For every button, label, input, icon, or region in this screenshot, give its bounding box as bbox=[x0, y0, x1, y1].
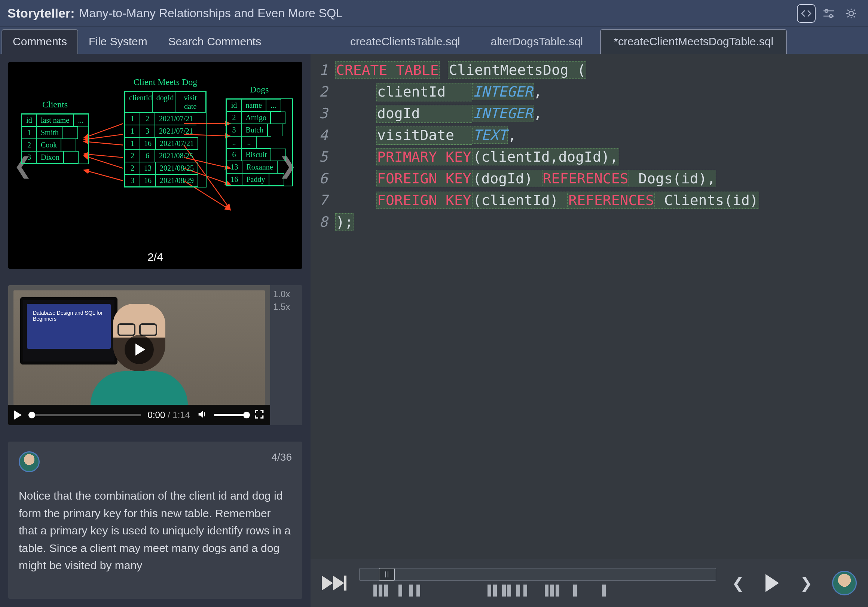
video-seek-bar[interactable] bbox=[28, 414, 141, 416]
playback-bar: ❮ ❯ bbox=[310, 559, 868, 607]
line-gutter: 12345678 bbox=[310, 54, 332, 559]
speed-1x[interactable]: 1.0x bbox=[273, 289, 290, 300]
speed-1-5x[interactable]: 1.5x bbox=[273, 302, 290, 312]
playback-avatar[interactable] bbox=[832, 571, 857, 595]
fullscreen-button[interactable] bbox=[254, 410, 264, 421]
comment-counter: 4/36 bbox=[271, 451, 292, 463]
topbar: Storyteller: Many-to-Many Relationships … bbox=[0, 0, 868, 27]
timeline-thumb[interactable] bbox=[379, 568, 395, 581]
video-card: Database Design and SQL for Beginners 0:… bbox=[8, 285, 302, 425]
tab-filesystem[interactable]: File System bbox=[78, 30, 158, 54]
gear-icon[interactable] bbox=[842, 4, 860, 23]
author-avatar[interactable] bbox=[19, 451, 40, 472]
video-controls: 0:00 / 1:14 bbox=[8, 405, 270, 425]
playback-speed-options: 1.0x 1.5x bbox=[270, 285, 296, 425]
tab-comments[interactable]: Comments bbox=[2, 29, 78, 54]
app-name: Storyteller: bbox=[8, 6, 75, 20]
file-tab[interactable]: createClientsTable.sql bbox=[337, 29, 473, 54]
timeline-markers bbox=[359, 585, 716, 598]
slide-page-indicator: 2/4 bbox=[147, 251, 163, 264]
page-title: Many-to-Many Relationships and Even More… bbox=[79, 6, 343, 20]
file-tab[interactable]: *createClientMeetsDogTable.sql bbox=[600, 29, 787, 54]
video-play-button[interactable] bbox=[14, 411, 22, 419]
comment-card: 4/36 Notice that the combination of the … bbox=[8, 442, 302, 599]
comment-body: Notice that the combination of the clien… bbox=[19, 487, 292, 574]
timeline-track[interactable] bbox=[359, 568, 716, 581]
video-play-overlay[interactable] bbox=[125, 335, 154, 364]
playback-play-button[interactable] bbox=[766, 574, 779, 592]
editor-panel: createClientsTable.sqlalterDogsTable.sql… bbox=[310, 27, 868, 607]
file-tab[interactable]: alterDogsTable.sql bbox=[477, 29, 597, 54]
volume-icon[interactable] bbox=[197, 409, 207, 421]
video-frame[interactable]: Database Design and SQL for Beginners 0:… bbox=[8, 285, 270, 425]
settings-sliders-button[interactable] bbox=[819, 4, 838, 23]
panel-tabs: Comments File System Search Comments bbox=[0, 27, 310, 54]
volume-slider[interactable] bbox=[214, 414, 248, 416]
svg-line-11 bbox=[84, 170, 123, 181]
next-step-button[interactable]: ❯ bbox=[797, 574, 815, 591]
file-tabs: createClientsTable.sqlalterDogsTable.sql… bbox=[310, 27, 868, 54]
prev-step-button[interactable]: ❮ bbox=[729, 574, 747, 591]
left-panel: Comments File System Search Comments ❮ ❯ bbox=[0, 27, 310, 607]
code-view-button[interactable] bbox=[797, 4, 815, 23]
skip-forward-button[interactable] bbox=[322, 576, 346, 590]
code-editor[interactable]: CREATE TABLE ClientMeetsDog ( clientId I… bbox=[332, 54, 868, 559]
tab-search-comments[interactable]: Search Comments bbox=[158, 30, 271, 54]
diagram-slide: ❮ ❯ bbox=[8, 62, 302, 269]
svg-point-4 bbox=[849, 11, 853, 16]
video-time: 0:00 / 1:14 bbox=[148, 410, 190, 420]
